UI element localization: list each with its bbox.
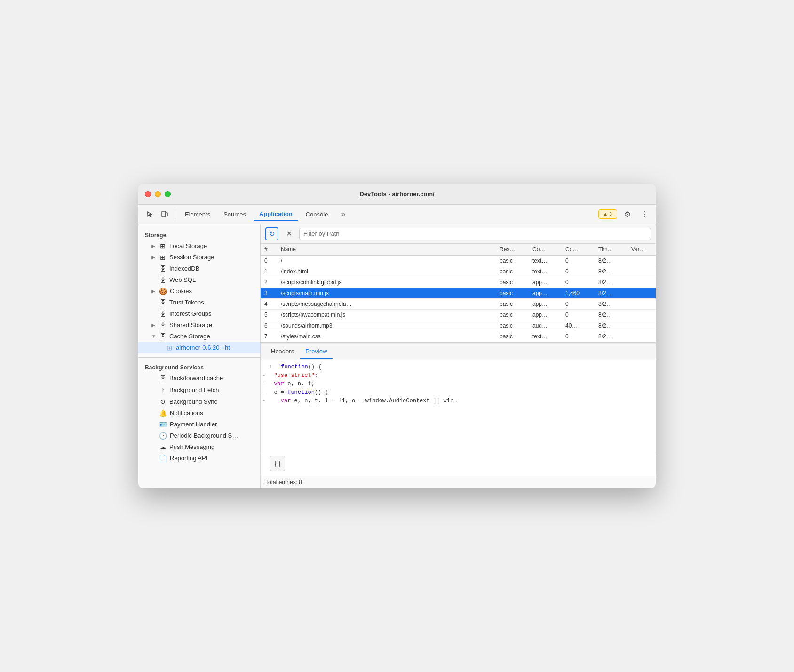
tab-sources[interactable]: Sources <box>218 208 252 221</box>
table-row[interactable]: 7/styles/main.cssbasictext…08/2… <box>261 331 656 342</box>
sidebar-item-shared-storage[interactable]: ▶ 🗄 Shared Storage <box>138 320 260 331</box>
table-cell: basic <box>496 320 529 331</box>
preview-tabs: Headers Preview <box>261 344 656 360</box>
col-header-name[interactable]: Name <box>277 244 496 256</box>
code-area: 1 !function() { - "use strict"; - var e,… <box>261 360 656 453</box>
tab-elements[interactable]: Elements <box>179 208 216 221</box>
sidebar-item-periodic-bg-sync[interactable]: 🕐 Periodic Background S… <box>138 430 260 441</box>
devtools-window: DevTools - airhorner.com/ Elements Sourc… <box>138 184 656 488</box>
sidebar-item-local-storage[interactable]: ▶ ⊞ Local Storage <box>138 240 260 252</box>
table-cell: 7 <box>261 331 277 342</box>
table-cell: 0 <box>562 298 595 309</box>
minimize-button[interactable] <box>155 191 161 197</box>
table-cell: 5 <box>261 309 277 320</box>
tab-application[interactable]: Application <box>254 208 298 221</box>
sidebar-item-cache-storage[interactable]: ▼ 🗄 Cache Storage <box>138 331 260 342</box>
table-row[interactable]: 6/sounds/airhorn.mp3basicaud…40,…8/2… <box>261 320 656 331</box>
table-cell: basic <box>496 331 529 342</box>
device-toggle-button[interactable] <box>158 208 171 221</box>
arrow-icon: ▶ <box>151 255 156 260</box>
table-cell: 8/2… <box>595 266 627 277</box>
code-line-2: - "use strict"; <box>261 372 656 381</box>
sidebar-item-trust-tokens[interactable]: 🗄 Trust Tokens <box>138 297 260 308</box>
total-entries: Total entries: 8 <box>261 476 656 488</box>
sidebar-item-cookies[interactable]: ▶ 🍪 Cookies <box>138 286 260 297</box>
sidebar-item-session-storage[interactable]: ▶ ⊞ Session Storage <box>138 252 260 263</box>
sidebar-item-web-sql[interactable]: 🗄 Web SQL <box>138 274 260 286</box>
refresh-button[interactable]: ↻ <box>265 227 278 240</box>
table-cell: 3 <box>261 288 277 298</box>
col-header-num[interactable]: # <box>261 244 277 256</box>
sidebar-label-trust-tokens: Trust Tokens <box>169 299 204 306</box>
traffic-lights <box>145 191 171 197</box>
sidebar-label-bg-fetch: Background Fetch <box>169 386 219 393</box>
table-row[interactable]: 3/scripts/main.min.jsbasicapp…1,4608/2… <box>261 288 656 298</box>
table-row[interactable]: 1/index.htmlbasictext…08/2… <box>261 266 656 277</box>
line-content: "use strict"; <box>267 372 656 379</box>
table-cell: 0 <box>562 309 595 320</box>
col-header-var[interactable]: Var… <box>627 244 656 256</box>
maximize-button[interactable] <box>165 191 171 197</box>
sidebar-item-notifications[interactable]: 🔔 Notifications <box>138 408 260 419</box>
code-line-3: - var e, n, t; <box>261 381 656 389</box>
table-cell: 2 <box>261 277 277 288</box>
cache-entry-icon: ⊞ <box>166 344 173 352</box>
notifications-icon: 🔔 <box>159 409 167 417</box>
col-header-time[interactable]: Tim… <box>595 244 627 256</box>
sidebar-label-web-sql: Web SQL <box>169 276 196 283</box>
table-row[interactable]: 2/scripts/comlink.global.jsbasicapp…08/2… <box>261 277 656 288</box>
table-cell: aud… <box>529 320 562 331</box>
pretty-print-button[interactable]: { } <box>270 456 285 471</box>
clear-button[interactable]: ✕ <box>282 227 295 240</box>
col-header-resp[interactable]: Res… <box>496 244 529 256</box>
table-cell <box>627 331 656 342</box>
more-options-button[interactable]: ⋮ <box>638 208 651 221</box>
arrow-icon: ▶ <box>151 243 156 248</box>
table-cell: 8/2… <box>595 298 627 309</box>
trust-tokens-icon: 🗄 <box>159 299 167 306</box>
col-header-co2[interactable]: Co… <box>562 244 595 256</box>
sidebar-item-background-fetch[interactable]: ↕ Background Fetch <box>138 384 260 396</box>
tab-headers[interactable]: Headers <box>265 345 300 359</box>
push-icon: ☁ <box>159 443 167 451</box>
table-cell: basic <box>496 255 529 266</box>
sidebar-item-interest-groups[interactable]: 🗄 Interest Groups <box>138 308 260 320</box>
toolbar-separator <box>175 209 175 219</box>
table-row[interactable]: 5/scripts/pwacompat.min.jsbasicapp…08/2… <box>261 309 656 320</box>
sidebar-label-cookies: Cookies <box>170 288 192 295</box>
sidebar-item-push-messaging[interactable]: ☁ Push Messaging <box>138 441 260 453</box>
table-cell: /scripts/messagechannela… <box>277 298 496 309</box>
inspect-element-button[interactable] <box>143 208 156 221</box>
line-dash: - <box>261 381 267 387</box>
table-row[interactable]: 4/scripts/messagechannela…basicapp…08/2… <box>261 298 656 309</box>
main-content: Storage ▶ ⊞ Local Storage ▶ ⊞ Session St… <box>138 224 656 488</box>
line-dash: - <box>261 389 267 396</box>
table-cell: /scripts/comlink.global.js <box>277 277 496 288</box>
sidebar-label-reporting: Reporting API <box>170 455 207 462</box>
sidebar-item-indexeddb[interactable]: 🗄 IndexedDB <box>138 263 260 274</box>
sidebar-label-session-storage: Session Storage <box>169 254 214 261</box>
settings-button[interactable]: ⚙ <box>621 208 634 221</box>
table-cell: basic <box>496 277 529 288</box>
table-cell: basic <box>496 298 529 309</box>
interest-groups-icon: 🗄 <box>159 310 167 318</box>
table-row[interactable]: 0/basictext…08/2… <box>261 255 656 266</box>
filter-input[interactable] <box>299 228 651 240</box>
tab-preview[interactable]: Preview <box>300 345 333 359</box>
main-toolbar: Elements Sources Application Console » ▲… <box>138 205 656 224</box>
sidebar-item-back-forward-cache[interactable]: 🗄 Back/forward cache <box>138 373 260 384</box>
col-header-co1[interactable]: Co… <box>529 244 562 256</box>
sidebar-item-background-sync[interactable]: ↻ Background Sync <box>138 396 260 408</box>
toolbar-right: ▲ 2 ⚙ ⋮ <box>598 208 651 221</box>
warning-badge[interactable]: ▲ 2 <box>598 209 617 219</box>
sidebar-item-cache-entry[interactable]: ⊞ airhorner-0.6.20 - ht <box>138 342 260 353</box>
table-cell <box>627 255 656 266</box>
tab-more[interactable]: » <box>335 208 351 221</box>
tab-console[interactable]: Console <box>300 208 334 221</box>
sidebar-label-shared-storage: Shared Storage <box>169 321 212 328</box>
sidebar-item-reporting-api[interactable]: 📄 Reporting API <box>138 453 260 464</box>
sidebar-item-payment-handler[interactable]: 🪪 Payment Handler <box>138 419 260 430</box>
table-cell: 0 <box>261 255 277 266</box>
table-cell: 8/2… <box>595 288 627 298</box>
close-button[interactable] <box>145 191 151 197</box>
